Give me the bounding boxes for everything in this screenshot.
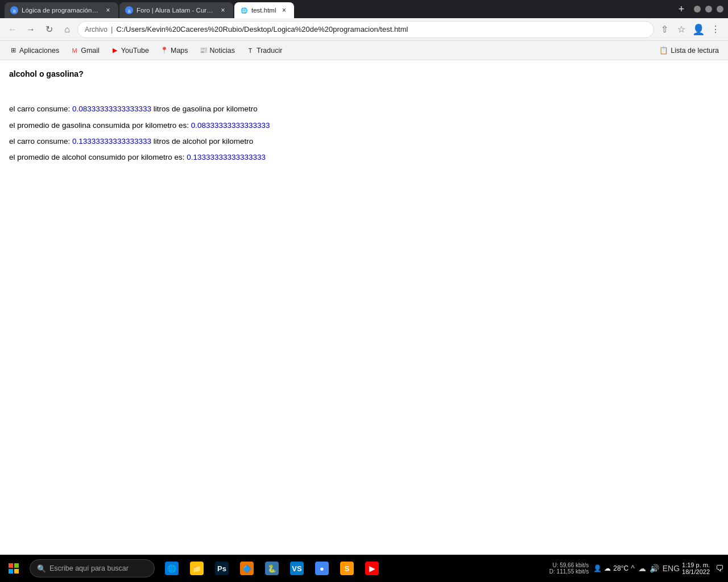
systray-chevron[interactable]: ^ <box>631 564 635 573</box>
page-heading: alcohol o gasolina? <box>9 67 719 81</box>
profile-button[interactable]: 👤 <box>690 22 706 38</box>
taskbar-clock: 1:19 p. m. 18/1/2022 <box>682 562 710 575</box>
reading-list-icon: 📋 <box>659 46 668 55</box>
taskbar-app-icon-explorer: 📁 <box>190 562 204 575</box>
taskbar-app-icon-python: 🐍 <box>265 562 279 575</box>
tab-favicon-tab3: 🌐 <box>240 6 248 14</box>
bookmark-youtube[interactable]: ▶YouTube <box>106 44 154 57</box>
taskbar-app-sublime[interactable]: S <box>334 555 359 582</box>
output-line-3: el promedio de alcohol consumido por kil… <box>9 151 719 164</box>
taskbar-app-explorer[interactable]: 📁 <box>184 555 209 582</box>
taskbar-app-icon-blender: 🔷 <box>240 562 254 575</box>
window-controls <box>694 6 723 13</box>
bookmark-label-gmail: Gmail <box>81 47 100 55</box>
taskbar-app-icon-vscode: VS <box>290 562 304 575</box>
systray-lang: ENG <box>663 564 680 573</box>
output-value-0: 0.08333333333333333 <box>72 105 151 113</box>
new-tab-button[interactable]: + <box>673 1 689 17</box>
toolbar: ← → ↻ ⌂ Archivo | C:/Users/Kevin%20Cacer… <box>0 18 728 41</box>
start-button[interactable] <box>0 555 27 582</box>
tab-title-tab1: Lógica de programación parte 1: <box>22 7 100 14</box>
taskbar-search-box[interactable]: 🔍 Escribe aquí para buscar <box>30 559 155 577</box>
tab-favicon-tab1: a <box>10 6 18 14</box>
bookmark-traducir[interactable]: TTraducir <box>242 44 287 57</box>
taskbar-app-youtube_taskbar[interactable]: ▶ <box>359 555 384 582</box>
tab-close-tab3[interactable]: × <box>279 6 288 15</box>
bookmark-favicon-youtube: ▶ <box>111 47 119 55</box>
bookmark-label-maps: Maps <box>171 47 188 55</box>
title-bar: aLógica de programación parte 1:×aForo |… <box>0 0 728 18</box>
taskbar-search-icon: 🔍 <box>37 564 46 573</box>
taskbar-network: U: 59,66 kbit/s D: 111,55 kbit/s <box>549 562 589 575</box>
maximize-button[interactable] <box>705 6 712 13</box>
tab-strip: aLógica de programación parte 1:×aForo |… <box>5 0 673 18</box>
share-button[interactable]: ⇧ <box>656 22 672 38</box>
more-button[interactable]: ⋮ <box>708 22 723 38</box>
bookmark-button[interactable]: ☆ <box>673 22 689 38</box>
weather-temp: 28°C <box>613 564 628 572</box>
reload-button[interactable]: ↻ <box>41 22 57 38</box>
bookmark-favicon-noticias: 📰 <box>200 47 208 55</box>
tab-tab2[interactable]: aForo | Alura Latam - Cursos onlin× <box>119 2 233 18</box>
taskbar-app-vscode[interactable]: VS <box>284 555 309 582</box>
address-protocol: Archivo <box>85 26 107 34</box>
bookmark-apps[interactable]: ⊞Aplicaciones <box>5 44 64 57</box>
tab-tab1[interactable]: aLógica de programación parte 1:× <box>5 2 118 18</box>
taskbar-app-chrome[interactable]: ● <box>309 555 334 582</box>
bookmark-label-youtube: YouTube <box>121 47 149 55</box>
svg-rect-5 <box>14 563 19 568</box>
bookmark-favicon-apps: ⊞ <box>9 47 17 55</box>
forward-button[interactable]: → <box>23 22 39 38</box>
bookmark-label-apps: Aplicaciones <box>19 47 59 55</box>
output-line-0: el carro consume: 0.08333333333333333 li… <box>9 102 719 116</box>
taskbar-apps: 🌐📁Ps🔷🐍VS●S▶ <box>159 555 384 582</box>
svg-rect-6 <box>9 569 13 573</box>
back-button[interactable]: ← <box>5 22 20 38</box>
tab-close-tab1[interactable]: × <box>104 6 113 15</box>
home-button[interactable]: ⌂ <box>59 22 75 38</box>
svg-text:a: a <box>13 8 15 14</box>
systray-cloud-icon: ☁ <box>638 564 646 573</box>
tab-favicon-tab2: a <box>125 6 133 14</box>
reading-list-label: Lista de lectura <box>671 47 719 55</box>
tab-title-tab2: Foro | Alura Latam - Cursos onlin <box>136 7 215 14</box>
minimize-button[interactable] <box>694 6 701 13</box>
bookmark-noticias[interactable]: 📰Noticias <box>195 44 239 57</box>
network-upload: U: 59,66 kbit/s <box>552 562 589 568</box>
bookmark-gmail[interactable]: MGmail <box>66 44 104 57</box>
output-line-1: el promedio de gasolina consumida por ki… <box>9 119 719 132</box>
clock-date: 18/1/2022 <box>682 568 710 575</box>
output-line-2: el carro consume: 0.13333333333333333 li… <box>9 135 719 148</box>
svg-rect-4 <box>9 563 13 568</box>
bookmark-label-noticias: Noticias <box>210 47 235 55</box>
network-download: D: 111,55 kbit/s <box>549 568 589 575</box>
taskbar-right: U: 59,66 kbit/s D: 111,55 kbit/s 👤 ☁ 28°… <box>549 562 728 575</box>
taskbar-app-icon-sublime: S <box>340 562 354 575</box>
bookmark-favicon-maps: 📍 <box>160 47 168 55</box>
tab-tab3[interactable]: 🌐test.html× <box>234 2 294 18</box>
taskbar-app-icon-edge: 🌐 <box>165 562 179 575</box>
taskbar-app-photoshop[interactable]: Ps <box>209 555 234 582</box>
systray-volume-icon[interactable]: 🔊 <box>650 564 659 573</box>
taskbar-app-icon-youtube_taskbar: ▶ <box>365 562 379 575</box>
notification-icon[interactable]: 🗨 <box>715 564 723 573</box>
address-bar[interactable]: Archivo | C:/Users/Kevin%20Caceres%20Rub… <box>77 21 654 38</box>
tab-close-tab2[interactable]: × <box>218 6 228 15</box>
person-icon: 👤 <box>593 564 602 572</box>
svg-rect-7 <box>14 569 19 573</box>
clock-time: 1:19 p. m. <box>682 562 710 568</box>
bookmark-favicon-gmail: M <box>71 47 78 55</box>
close-button[interactable] <box>717 6 723 13</box>
taskbar-systray: ^ ☁ 🔊 ENG <box>631 564 680 573</box>
reading-list-button[interactable]: 📋 Lista de lectura <box>655 44 723 57</box>
bookmark-maps[interactable]: 📍Maps <box>156 44 193 57</box>
page-content: alcohol o gasolina? el carro consume: 0.… <box>0 60 728 174</box>
bookmarks-bar: ⊞AplicacionesMGmail▶YouTube📍Maps📰Noticia… <box>0 41 728 60</box>
weather-icon: ☁ <box>604 564 611 572</box>
taskbar-app-blender[interactable]: 🔷 <box>234 555 259 582</box>
taskbar-app-python[interactable]: 🐍 <box>259 555 284 582</box>
taskbar-app-edge[interactable]: 🌐 <box>159 555 184 582</box>
taskbar: 🔍 Escribe aquí para buscar 🌐📁Ps🔷🐍VS●S▶ U… <box>0 555 728 582</box>
bookmark-favicon-traducir: T <box>246 47 254 55</box>
output-value-3: 0.13333333333333333 <box>187 153 266 161</box>
